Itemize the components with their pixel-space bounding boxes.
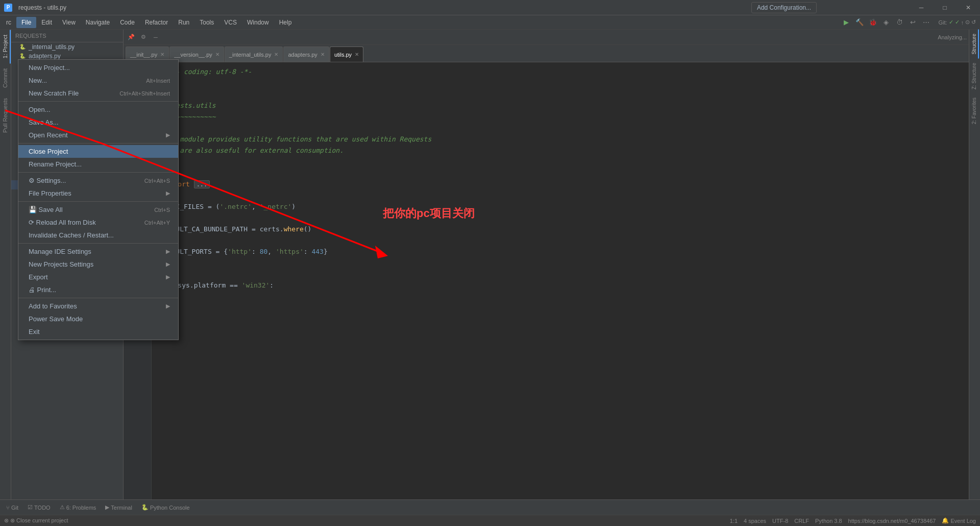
open-recent-item[interactable]: Open Recent ▶ bbox=[18, 129, 178, 141]
coverage-button[interactable]: ◈ bbox=[880, 16, 892, 29]
new-scratch-item[interactable]: New Scratch File Ctrl+Alt+Shift+Insert bbox=[18, 87, 178, 100]
export-item[interactable]: Export ▶ bbox=[18, 271, 178, 283]
line-ending-status[interactable]: CRLF bbox=[794, 518, 809, 524]
new-item[interactable]: New... Alt+Insert bbox=[18, 74, 178, 87]
save-all-item[interactable]: 💾 Save All Ctrl+S bbox=[18, 203, 178, 216]
menu-window[interactable]: Window bbox=[242, 17, 274, 28]
title-bar-left: P requests - utils.py bbox=[0, 4, 66, 12]
power-save-label: Power Save Mode bbox=[29, 315, 83, 323]
z-structure-tab[interactable]: Z: Structure bbox=[970, 59, 979, 93]
code-editor[interactable]: # -*- coding: utf-8 -*- ▼""" requests.ut… bbox=[152, 62, 969, 499]
menu-navigate[interactable]: Navigate bbox=[81, 17, 115, 28]
todo-tab[interactable]: ☑ TODO bbox=[23, 502, 55, 513]
code-line-8: that are also useful for external consum… bbox=[160, 145, 961, 156]
save-as-label: Save As... bbox=[29, 118, 59, 126]
add-favorites-item[interactable]: Add to Favorites ▶ bbox=[18, 300, 178, 313]
menu-rc[interactable]: rc bbox=[1, 17, 16, 28]
terminal-label: Terminal bbox=[111, 505, 132, 511]
new-project-item[interactable]: New Project... bbox=[18, 61, 178, 74]
new-projects-settings-arrow: ▶ bbox=[166, 261, 170, 268]
tab-init-close[interactable]: ✕ bbox=[160, 52, 164, 57]
terminal-tab[interactable]: ▶ Terminal bbox=[101, 502, 136, 513]
python-version-status[interactable]: Python 3.8 bbox=[815, 518, 842, 524]
tab-utils[interactable]: utils.py ✕ bbox=[330, 46, 363, 62]
menu-refactor[interactable]: Refactor bbox=[140, 17, 173, 28]
python-console-tab[interactable]: 🐍 Python Console bbox=[137, 502, 194, 513]
save-as-item[interactable]: Save As... bbox=[18, 116, 178, 129]
reload-item[interactable]: ⟳ Reload All from Disk Ctrl+Alt+Y bbox=[18, 216, 178, 229]
reload-shortcut: Ctrl+Alt+Y bbox=[144, 220, 170, 226]
tab-adapters-label: adapters.py bbox=[288, 52, 317, 58]
add-configuration-button[interactable]: Add Configuration... bbox=[751, 2, 817, 13]
git-push-icon[interactable]: ↑ bbox=[961, 19, 964, 26]
minus-toolbar-button[interactable]: ─ bbox=[150, 32, 161, 43]
invalidate-item[interactable]: Invalidate Caches / Restart... bbox=[18, 229, 178, 242]
tab-adapters[interactable]: adapters.py ✕ bbox=[283, 46, 329, 62]
code-line-1: # -*- coding: utf-8 -*- bbox=[160, 66, 961, 78]
minimize-button[interactable]: ─ bbox=[910, 0, 933, 15]
menu-code[interactable]: Code bbox=[115, 17, 140, 28]
open-item[interactable]: Open... bbox=[18, 103, 178, 116]
title-bar-controls: ─ □ ✕ bbox=[910, 0, 980, 15]
tab-internal-label: _internal_utils.py bbox=[229, 52, 272, 58]
tab-adapters-close[interactable]: ✕ bbox=[321, 52, 325, 57]
more-button[interactable]: ⋯ bbox=[920, 16, 932, 29]
tab-utils-label: utils.py bbox=[334, 52, 352, 58]
pin-toolbar-button[interactable]: 📌 bbox=[126, 32, 137, 43]
position-label: 1:1 bbox=[730, 518, 738, 524]
print-item[interactable]: 🖨 Print... bbox=[18, 283, 178, 296]
close-button[interactable]: ✕ bbox=[957, 0, 980, 15]
git-history-icon[interactable]: ⊙ bbox=[965, 19, 970, 26]
power-save-item[interactable]: Power Save Mode bbox=[18, 313, 178, 325]
indent-status[interactable]: 4 spaces bbox=[744, 518, 766, 524]
favorites-tab[interactable]: 2: Favorites bbox=[970, 93, 979, 128]
file-item-internal[interactable]: _internal_utils.py bbox=[11, 42, 123, 52]
menu-vcs[interactable]: VCS bbox=[219, 17, 242, 28]
structure-tab[interactable]: Structure bbox=[970, 30, 979, 59]
encoding-status[interactable]: UTF-8 bbox=[772, 518, 788, 524]
undo-button[interactable]: ↩ bbox=[906, 16, 919, 29]
settings-item[interactable]: ⚙ Settings... Ctrl+Alt+S bbox=[18, 174, 178, 187]
menu-file[interactable]: File bbox=[16, 17, 36, 28]
commit-tab[interactable]: Commit bbox=[0, 63, 11, 93]
settings-toolbar-button[interactable]: ⚙ bbox=[138, 32, 149, 43]
rename-project-item[interactable]: Rename Project... bbox=[18, 158, 178, 171]
tab-version-close[interactable]: ✕ bbox=[215, 52, 219, 57]
code-container: 1 2 3 4 5 6 7 8 9 10 11 37 38 39 40 41 4… bbox=[124, 62, 969, 499]
build-button[interactable]: 🔨 bbox=[853, 16, 866, 29]
menu-section-6: Manage IDE Settings ▶ New Projects Setti… bbox=[18, 244, 178, 298]
add-favorites-arrow: ▶ bbox=[166, 303, 170, 309]
close-project-status[interactable]: ⊗ ⊗ Close current project bbox=[4, 517, 68, 524]
maximize-button[interactable]: □ bbox=[933, 0, 957, 15]
exit-item[interactable]: Exit bbox=[18, 325, 178, 338]
menu-help[interactable]: Help bbox=[274, 17, 297, 28]
git-bottom-tab[interactable]: ⑂ Git bbox=[2, 503, 22, 513]
git-revert-icon[interactable]: ↺ bbox=[971, 19, 976, 26]
git-check-icon[interactable]: ✓ bbox=[949, 19, 953, 26]
tab-internal-close[interactable]: ✕ bbox=[274, 52, 278, 57]
tab-internal-utils[interactable]: _internal_utils.py ✕ bbox=[225, 46, 283, 62]
run-button[interactable]: ▶ bbox=[840, 16, 852, 29]
bottom-bar: ⑂ Git ☑ TODO ⚠ 6: Problems ▶ Terminal 🐍 … bbox=[0, 499, 980, 515]
open-recent-arrow: ▶ bbox=[166, 132, 170, 138]
pull-requests-tab[interactable]: Pull Requests bbox=[0, 93, 11, 138]
git-check2-icon[interactable]: ✓ bbox=[955, 19, 960, 26]
menu-edit[interactable]: Edit bbox=[36, 17, 57, 28]
print-label: 🖨 Print... bbox=[29, 286, 56, 294]
menu-run[interactable]: Run bbox=[173, 17, 194, 28]
menu-view[interactable]: View bbox=[57, 17, 81, 28]
event-log-status[interactable]: 🔔 Event Log bbox=[942, 517, 976, 524]
url-status[interactable]: https://blog.csdn.net/m0_46738467 bbox=[848, 518, 936, 524]
debug-button[interactable]: 🐞 bbox=[867, 16, 879, 29]
close-project-item[interactable]: Close Project bbox=[18, 145, 178, 158]
manage-ide-item[interactable]: Manage IDE Settings ▶ bbox=[18, 245, 178, 258]
file-properties-item[interactable]: File Properties ▶ bbox=[18, 187, 178, 200]
project-tab[interactable]: 1: Project bbox=[0, 30, 11, 63]
profile-button[interactable]: ⏱ bbox=[893, 16, 905, 29]
new-projects-settings-item[interactable]: New Projects Settings ▶ bbox=[18, 258, 178, 271]
menu-tools[interactable]: Tools bbox=[194, 17, 219, 28]
position-status[interactable]: 1:1 bbox=[730, 518, 738, 524]
problems-tab[interactable]: ⚠ 6: Problems bbox=[56, 502, 101, 513]
problems-icon: ⚠ bbox=[60, 504, 65, 511]
tab-utils-close[interactable]: ✕ bbox=[355, 52, 359, 57]
